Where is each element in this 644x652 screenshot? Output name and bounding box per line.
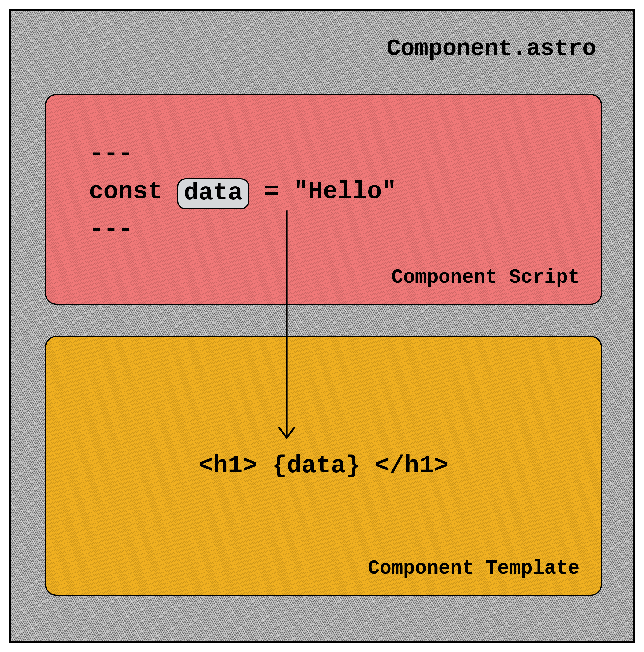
template-code: <h1> {data} </h1> [46, 337, 601, 595]
component-template-panel: <h1> {data} </h1> Component Template [45, 336, 602, 596]
script-code: --- const data = "Hello" --- [89, 135, 396, 249]
code-assignment: = "Hello" [249, 178, 396, 206]
script-panel-label: Component Script [391, 266, 580, 289]
template-panel-label: Component Template [368, 558, 579, 579]
frontmatter-fence-top: --- [89, 140, 133, 167]
file-title: Component.astro [387, 35, 596, 62]
code-const-keyword: const [89, 178, 177, 206]
astro-component-diagram: Component.astro --- const data = "Hello"… [9, 9, 635, 643]
data-variable-pill: data [177, 178, 249, 210]
component-script-panel: --- const data = "Hello" --- Component S… [45, 94, 602, 305]
frontmatter-fence-bottom: --- [89, 216, 133, 243]
